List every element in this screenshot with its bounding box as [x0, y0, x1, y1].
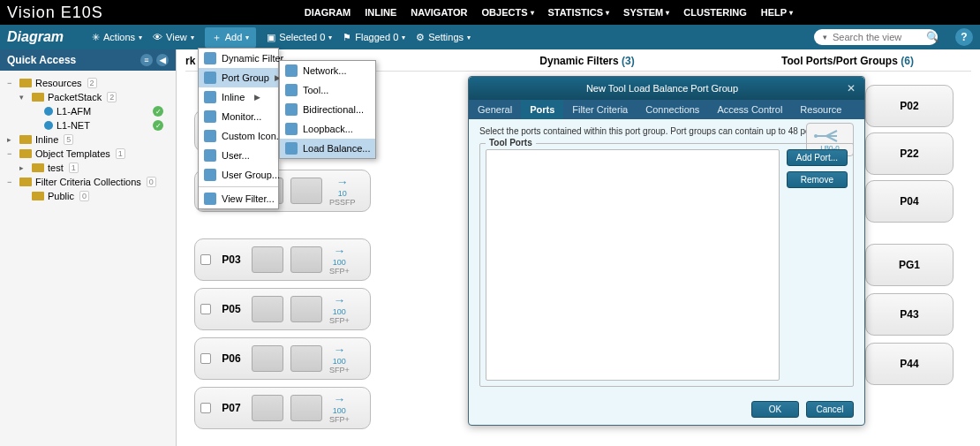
tree-item-filter-criteria-collections[interactable]: −Filter Criteria Collections0 [4, 175, 172, 189]
topmenu-clustering[interactable]: CLUSTERING [683, 7, 747, 18]
portgroup-menu-network-[interactable]: Network... [280, 61, 375, 80]
expand-icon[interactable]: − [7, 79, 16, 87]
brand-logo: Vision E10S [7, 4, 103, 22]
expand-icon[interactable]: ▸ [7, 135, 16, 144]
add-dropdown: Dynamic Filter...Port Group▶Inline▶Monit… [198, 48, 279, 209]
topmenu-inline[interactable]: INLINE [365, 7, 396, 18]
dialog-tab-access-control[interactable]: Access Control [708, 100, 791, 119]
portgroup-menu-load-balance-[interactable]: Load Balance... [280, 139, 375, 158]
add-port-button[interactable]: Add Port... [787, 149, 848, 166]
menu-item-icon [285, 123, 298, 135]
port-box-P06[interactable]: P06→100SFP+ [194, 337, 371, 380]
dialog-tab-resource[interactable]: Resource [791, 100, 850, 119]
selected-menu[interactable]: ▣Selected 0▾ [267, 32, 332, 43]
remove-button[interactable]: Remove [787, 171, 848, 188]
tree-item-packetstack[interactable]: ▾PacketStack2 [4, 90, 172, 104]
folder-icon [32, 93, 44, 102]
dialog-tab-connections[interactable]: Connections [637, 100, 708, 119]
main-toolbar: Diagram ✳Actions▾ 👁View▾ ＋Add▾ ▣Selected… [0, 25, 980, 49]
tree-item-object-templates[interactable]: −Object Templates1 [4, 147, 172, 161]
ok-button[interactable]: OK [751, 401, 799, 418]
add-menu[interactable]: ＋Add▾ [205, 27, 257, 48]
view-menu[interactable]: 👁View▾ [153, 32, 194, 42]
port-label: P07 [218, 402, 245, 414]
menu-item-icon [285, 64, 298, 77]
port-device-icon [290, 395, 322, 421]
port-tag-icon [200, 353, 211, 364]
flagged-menu[interactable]: ⚑Flagged 0▾ [343, 32, 405, 43]
count-badge: 5 [64, 134, 73, 145]
plus-icon: ＋ [212, 31, 222, 44]
port-group-submenu: Network...Tool...Bidirectional...Loopbac… [279, 60, 376, 159]
add-menu-view-filter-[interactable]: View Filter... [199, 189, 278, 208]
port-box-P07[interactable]: P07→100SFP+ [194, 387, 371, 429]
tree-label: Filter Criteria Collections [35, 177, 141, 187]
settings-menu[interactable]: ⚙Settings▾ [416, 32, 471, 43]
portgroup-menu-tool-[interactable]: Tool... [280, 80, 375, 100]
tree-item-public[interactable]: Public0 [4, 189, 172, 203]
port-label: P44 [900, 358, 918, 370]
sidebar-title: Quick Access [7, 54, 76, 66]
search-box[interactable]: ▾ 🔍 [814, 29, 938, 45]
col-dynamic-filters: Dynamic Filters [539, 55, 618, 67]
expand-icon[interactable]: − [7, 149, 16, 158]
topmenu-system[interactable]: SYSTEM▾ [623, 7, 669, 18]
tool-ports-listbox[interactable] [486, 149, 780, 381]
help-button[interactable]: ? [955, 28, 973, 46]
cancel-button[interactable]: Cancel [806, 401, 854, 418]
tree-item-inline[interactable]: ▸Inline5 [4, 132, 172, 147]
expand-icon[interactable]: ▸ [19, 163, 28, 172]
sidebar-menu-icon[interactable]: ≡ [140, 54, 153, 66]
actions-menu[interactable]: ✳Actions▾ [92, 32, 142, 43]
tool-port-P02[interactable]: P02 [865, 85, 954, 127]
expand-icon[interactable]: − [7, 178, 16, 186]
port-box-P03[interactable]: P03→100SFP+ [194, 238, 371, 281]
add-menu-custom-icon-[interactable]: Custom Icon... [199, 126, 278, 146]
add-menu-monitor-[interactable]: Monitor... [199, 107, 278, 126]
add-menu-user-[interactable]: User... [199, 146, 278, 165]
close-icon[interactable]: ✕ [847, 82, 856, 94]
expand-icon[interactable]: ▾ [19, 93, 28, 102]
add-menu-dynamic-filter-[interactable]: Dynamic Filter... [199, 49, 278, 68]
add-menu-user-group-[interactable]: User Group... [199, 165, 278, 185]
app-topbar: Vision E10S DIAGRAM INLINE NAVIGATOR OBJ… [0, 0, 980, 25]
topmenu-objects[interactable]: OBJECTS▾ [482, 7, 534, 18]
search-icon[interactable]: 🔍 [926, 31, 939, 43]
port-tag-icon [200, 254, 211, 265]
tree-item-test[interactable]: ▸test1 [4, 161, 172, 175]
port-box-P05[interactable]: P05→100SFP+ [194, 288, 371, 330]
sidebar-collapse-icon[interactable]: ◀ [156, 54, 169, 66]
dialog-tab-ports[interactable]: Ports [521, 100, 563, 119]
tool-port-P44[interactable]: P44 [865, 343, 954, 385]
port-speed: →100SFP+ [329, 392, 350, 424]
dialog-titlebar[interactable]: New Tool Load Balance Port Group ✕ [469, 77, 864, 100]
menu-item-icon [204, 130, 216, 142]
tool-port-P04[interactable]: P04 [865, 180, 954, 223]
topmenu-statistics[interactable]: STATISTICS▾ [548, 7, 610, 18]
svg-point-0 [814, 134, 818, 138]
tree-item-l1-net[interactable]: L1-NET✓ [4, 118, 172, 132]
port-label: P43 [900, 308, 918, 321]
tool-ports-fieldset: Tool Ports Add Port... Remove [479, 143, 854, 387]
tree-item-l1-afm[interactable]: L1-AFM✓ [4, 104, 172, 118]
topmenu-navigator[interactable]: NAVIGATOR [411, 7, 467, 18]
portgroup-menu-bidirectional-[interactable]: Bidirectional... [280, 100, 375, 119]
portgroup-menu-loopback-[interactable]: Loopback... [280, 119, 375, 139]
add-menu-port-group[interactable]: Port Group▶ [199, 68, 278, 87]
tool-port-P22[interactable]: P22 [865, 132, 954, 175]
add-menu-inline[interactable]: Inline▶ [199, 87, 278, 107]
port-thumb-icon [252, 296, 283, 322]
dialog-tab-filter-criteria[interactable]: Filter Criteria [563, 100, 637, 119]
count-badge: 2 [87, 78, 97, 88]
topmenu-diagram[interactable]: DIAGRAM [305, 7, 351, 18]
topmenu-help[interactable]: HELP▾ [761, 7, 793, 18]
tree-item-resources[interactable]: −Resources2 [4, 76, 172, 90]
tool-port-PG1[interactable]: PG1 [865, 244, 954, 286]
port-label: P22 [900, 147, 918, 160]
menu-item-icon [204, 91, 216, 103]
tool-port-P43[interactable]: P43 [865, 293, 954, 336]
folder-icon [19, 178, 32, 186]
search-input[interactable] [833, 32, 921, 42]
sidebar-tree: −Resources2▾PacketStack2L1-AFM✓L1-NET✓▸I… [0, 71, 176, 208]
dialog-tab-general[interactable]: General [469, 100, 521, 119]
